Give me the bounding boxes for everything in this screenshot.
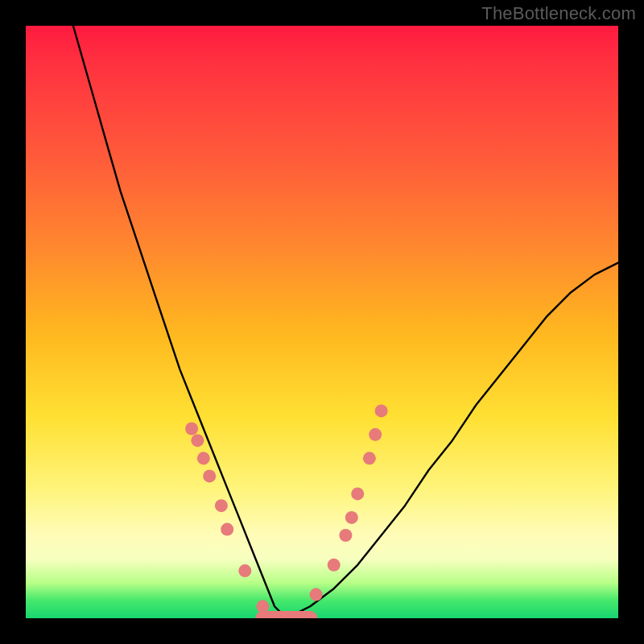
sample-dots-right — [310, 404, 388, 601]
sample-dot — [345, 511, 358, 524]
sample-dot — [197, 452, 210, 464]
sample-dot — [221, 523, 233, 536]
sample-dot — [310, 588, 323, 601]
sample-dot — [339, 529, 352, 542]
sample-dot — [369, 428, 382, 441]
plot-area — [26, 26, 618, 618]
sample-dot — [363, 452, 376, 464]
sample-dot — [191, 434, 204, 447]
sample-dot — [215, 499, 228, 512]
sample-dot — [375, 404, 388, 417]
watermark-text: TheBottleneck.com — [481, 3, 636, 24]
sample-dot — [328, 559, 341, 572]
sample-dots-left — [185, 423, 269, 613]
sample-dot — [351, 487, 364, 500]
sample-dot — [238, 564, 251, 577]
sample-dot — [203, 469, 216, 482]
sample-dot — [185, 423, 198, 436]
sample-dot — [256, 600, 269, 613]
chart-stage: TheBottleneck.com — [0, 0, 644, 644]
optimal-flat-dots — [255, 611, 317, 618]
curve-layer — [26, 26, 618, 618]
